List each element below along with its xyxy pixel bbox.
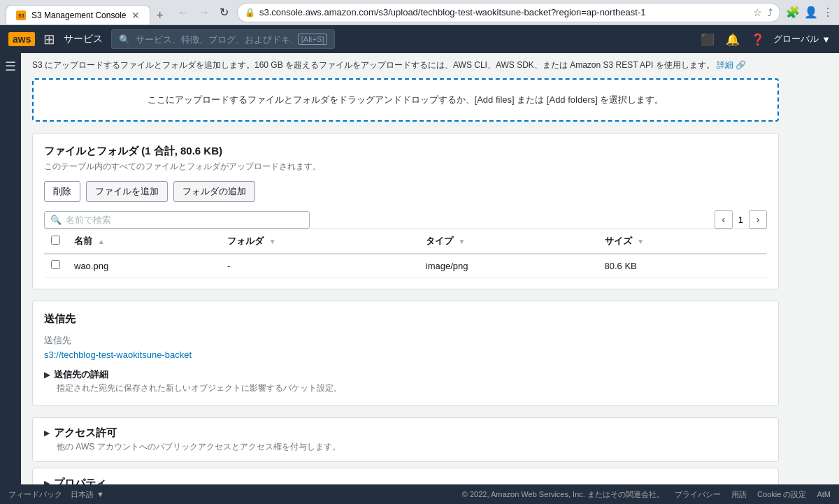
row-checkbox[interactable] bbox=[51, 260, 60, 269]
back-button[interactable]: ← bbox=[175, 5, 192, 20]
language-arrow-icon: ▼ bbox=[96, 490, 104, 498]
main-layout: ☰ S3 にアップロードするファイルとフォルダを追加します。160 GB を超え… bbox=[0, 53, 839, 504]
row-size: 80.6 KB bbox=[598, 254, 768, 278]
add-files-button[interactable]: ファイルを追加 bbox=[86, 181, 168, 202]
access-header[interactable]: ▶ アクセス許可 bbox=[44, 426, 767, 440]
destination-link[interactable]: s3://techblog-test-waokitsune-backet bbox=[44, 350, 192, 360]
pagination: ‹ 1 › bbox=[715, 210, 767, 229]
files-table: 名前 ▲ フォルダ ▼ タイプ ▼ bbox=[44, 229, 767, 278]
privacy-link[interactable]: プライバシー bbox=[675, 490, 721, 498]
notification-icon[interactable]: 🔔 bbox=[726, 33, 740, 46]
language-selector[interactable]: 日本語 ▼ bbox=[71, 489, 104, 500]
aws-grid-icon[interactable]: ⊞ bbox=[43, 31, 55, 48]
select-all-checkbox[interactable] bbox=[51, 236, 60, 245]
lock-icon: 🔒 bbox=[245, 8, 255, 17]
browser-right-icons: 🧩 👤 ⋮ bbox=[786, 6, 833, 19]
more-icon[interactable]: ⋮ bbox=[822, 6, 833, 19]
tab-favicon: S3 bbox=[16, 10, 26, 20]
destination-label: 送信先 bbox=[44, 334, 767, 347]
active-tab[interactable]: S3 S3 Management Console ✕ bbox=[6, 5, 150, 24]
aws-search-icon: 🔍 bbox=[119, 34, 130, 45]
type-sort-icon: ▼ bbox=[458, 238, 465, 245]
url-text: s3.console.aws.amazon.com/s3/upload/tech… bbox=[259, 7, 749, 17]
global-arrow-icon: ▼ bbox=[822, 34, 831, 45]
row-folder: - bbox=[220, 254, 419, 278]
cookie-link[interactable]: Cookie の設定 bbox=[757, 490, 806, 498]
forward-button[interactable]: → bbox=[196, 5, 213, 20]
access-section: ▶ アクセス許可 他の AWS アカウントへのパブリックアクセスとアクセス権を付… bbox=[32, 417, 779, 462]
detail-link[interactable]: 詳細 🔗 bbox=[717, 60, 746, 70]
svg-text:S3: S3 bbox=[18, 13, 24, 18]
search-shortcut: [Alt+S] bbox=[298, 34, 328, 45]
file-search-input[interactable] bbox=[66, 215, 303, 225]
content-area: S3 にアップロードするファイルとフォルダを追加します。160 GB を超えるフ… bbox=[21, 53, 790, 504]
sidebar: ☰ bbox=[0, 53, 21, 504]
size-sort-icon: ▼ bbox=[637, 238, 644, 245]
extensions-icon[interactable]: 🧩 bbox=[786, 6, 800, 19]
table-row: wao.png - image/png 80.6 KB bbox=[44, 254, 767, 278]
help-icon[interactable]: ❓ bbox=[751, 33, 765, 46]
files-toolbar: 削除 ファイルを追加 フォルダの追加 bbox=[44, 181, 767, 202]
details-arrow-icon: ▶ bbox=[44, 370, 50, 380]
bottom-right: © 2022, Amazon Web Services, Inc. またはその関… bbox=[462, 489, 831, 500]
drop-zone[interactable]: ここにアップロードするファイルとフォルダをドラッグアンドドロップするか、[Add… bbox=[32, 78, 779, 122]
drop-zone-text: ここにアップロードするファイルとフォルダをドラッグアンドドロップするか、[Add… bbox=[148, 94, 664, 105]
aws-nav-icons: ⬛ 🔔 ❓ bbox=[701, 33, 765, 46]
delete-button[interactable]: 削除 bbox=[44, 181, 80, 202]
tab-title: S3 Management Console bbox=[31, 10, 126, 20]
browser-controls: ← → ↻ bbox=[175, 4, 231, 20]
share-icon[interactable]: ⤴ bbox=[768, 7, 773, 18]
search-pagination-row: 🔍 ‹ 1 › bbox=[44, 210, 767, 229]
top-note: S3 にアップロードするファイルとフォルダを追加します。160 GB を超えるフ… bbox=[32, 53, 779, 78]
page-number: 1 bbox=[738, 215, 743, 225]
row-type: image/png bbox=[419, 254, 598, 278]
bookmark-icon[interactable]: ☆ bbox=[753, 7, 762, 18]
add-folders-button[interactable]: フォルダの追加 bbox=[173, 181, 255, 202]
global-label: グローバル bbox=[773, 33, 819, 45]
main-content: S3 にアップロードするファイルとフォルダを追加します。160 GB を超えるフ… bbox=[21, 53, 839, 504]
next-page-button[interactable]: › bbox=[749, 210, 767, 229]
details-title: 送信先の詳細 bbox=[54, 368, 108, 381]
file-search-bar[interactable]: 🔍 bbox=[44, 211, 310, 229]
files-header: ファイルとフォルダ (1 合計, 80.6 KB) bbox=[44, 145, 767, 158]
destination-section: 送信先 送信先 s3://techblog-test-waokitsune-ba… bbox=[32, 301, 779, 406]
access-title: アクセス許可 bbox=[54, 426, 117, 440]
name-sort-icon: ▲ bbox=[98, 238, 105, 245]
size-column-header[interactable]: サイズ ▼ bbox=[598, 229, 768, 254]
details-subtext: 指定された宛先に保存された新しいオブジェクトに影響するバケット設定。 bbox=[44, 382, 767, 394]
aws-logo: aws bbox=[8, 32, 35, 46]
folder-column-header[interactable]: フォルダ ▼ bbox=[220, 229, 419, 254]
new-tab-button[interactable]: + bbox=[150, 7, 169, 24]
feedback-link[interactable]: フィードバック bbox=[8, 489, 62, 500]
type-column-header[interactable]: タイプ ▼ bbox=[419, 229, 598, 254]
sidebar-menu-icon[interactable]: ☰ bbox=[5, 59, 16, 74]
language-label: 日本語 bbox=[71, 489, 94, 500]
address-actions: ☆ ⤴ bbox=[753, 7, 773, 18]
aws-nav: aws ⊞ サービス 🔍 [Alt+S] ⬛ 🔔 ❓ グローバル ▼ bbox=[0, 25, 839, 53]
terms-link[interactable]: 用語 bbox=[731, 490, 747, 498]
tab-bar: S3 S3 Management Console ✕ + bbox=[6, 0, 169, 24]
aws-services-label[interactable]: サービス bbox=[64, 33, 103, 45]
name-column-header[interactable]: 名前 ▲ bbox=[67, 229, 220, 254]
access-arrow-icon: ▶ bbox=[44, 429, 50, 438]
reload-button[interactable]: ↻ bbox=[217, 4, 231, 20]
destination-title: 送信先 bbox=[44, 312, 767, 326]
atm-text: AtM bbox=[817, 490, 831, 498]
row-name: wao.png bbox=[67, 254, 220, 278]
tab-close-button[interactable]: ✕ bbox=[131, 10, 140, 21]
files-subtext: このテーブル内のすべてのファイルとフォルダがアップロードされます。 bbox=[44, 161, 767, 173]
copyright-text: © 2022, Amazon Web Services, Inc. またはその関… bbox=[462, 490, 664, 498]
cloud-shell-icon[interactable]: ⬛ bbox=[701, 33, 715, 46]
folder-sort-icon: ▼ bbox=[269, 238, 276, 245]
aws-global-selector[interactable]: グローバル ▼ bbox=[773, 33, 831, 45]
aws-search-bar[interactable]: 🔍 [Alt+S] bbox=[111, 29, 335, 49]
destination-details-header[interactable]: ▶ 送信先の詳細 bbox=[44, 368, 767, 381]
access-subtext: 他の AWS アカウントへのパブリックアクセスとアクセス権を付与します。 bbox=[44, 441, 767, 453]
prev-page-button[interactable]: ‹ bbox=[715, 210, 733, 229]
bottom-left: フィードバック 日本語 ▼ bbox=[8, 489, 104, 500]
address-bar[interactable]: 🔒 s3.console.aws.amazon.com/s3/upload/te… bbox=[237, 3, 780, 22]
destination-details-collapsible: ▶ 送信先の詳細 指定された宛先に保存された新しいオブジェクトに影響するバケット… bbox=[44, 368, 767, 394]
profile-icon[interactable]: 👤 bbox=[804, 6, 818, 19]
aws-search-input[interactable] bbox=[136, 34, 292, 45]
files-section: ファイルとフォルダ (1 合計, 80.6 KB) このテーブル内のすべてのファ… bbox=[32, 133, 779, 289]
